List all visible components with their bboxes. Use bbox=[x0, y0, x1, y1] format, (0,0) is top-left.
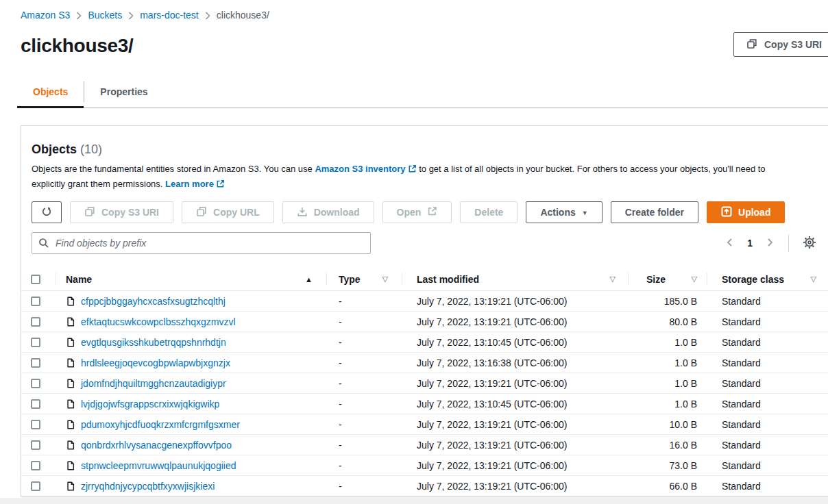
tab-objects[interactable]: Objects bbox=[17, 78, 84, 108]
chevron-right-icon bbox=[76, 12, 82, 20]
row-checkbox[interactable] bbox=[31, 317, 40, 327]
delete-button[interactable]: Delete bbox=[460, 201, 518, 223]
table-row: hrdlsleegjoqevcogbpwlapwbjxgnzjx - July … bbox=[21, 353, 828, 373]
chevron-right-icon bbox=[765, 238, 775, 249]
object-name-link[interactable]: pdumoxyhjcdfuoqkrzxmfcrgmfgsxmer bbox=[81, 419, 240, 430]
copy-url-button[interactable]: Copy URL bbox=[182, 201, 274, 223]
pagination-divider bbox=[788, 234, 789, 252]
delete-label: Delete bbox=[474, 207, 503, 218]
upload-button[interactable]: Upload bbox=[707, 201, 785, 223]
row-checkbox[interactable] bbox=[31, 420, 40, 429]
copy-icon bbox=[746, 38, 757, 51]
preferences-button[interactable] bbox=[801, 234, 818, 253]
sort-ascending-icon: ▲ bbox=[305, 275, 326, 284]
file-icon bbox=[66, 378, 75, 389]
object-name-link[interactable]: cfppcjbbggayhcxcasfxsugtzhcqlthj bbox=[81, 296, 226, 307]
table-row: efktaqtucswkcowpclbsszhqxgzmvzvl - July … bbox=[21, 312, 828, 332]
file-icon bbox=[66, 357, 75, 368]
object-name-link[interactable]: jdomfndjhquiltmgghcnzautadigiypr bbox=[81, 378, 226, 389]
breadcrumb-amazon-s3[interactable]: Amazon S3 bbox=[21, 10, 70, 21]
row-checkbox[interactable] bbox=[31, 399, 40, 409]
row-checkbox[interactable] bbox=[31, 461, 40, 470]
row-checkbox[interactable] bbox=[31, 297, 40, 306]
row-checkbox[interactable] bbox=[31, 481, 40, 491]
object-name-link[interactable]: efktaqtucswkcowpclbsszhqxgzmvzvl bbox=[81, 316, 236, 327]
column-header-name[interactable]: Name ▲ bbox=[56, 268, 326, 290]
object-storage-class: Standard bbox=[707, 481, 828, 492]
breadcrumb-buckets[interactable]: Buckets bbox=[88, 10, 122, 21]
object-storage-class: Standard bbox=[707, 296, 828, 307]
page-number[interactable]: 1 bbox=[747, 238, 753, 249]
table-row: cfppcjbbggayhcxcasfxsugtzhcqlthj - July … bbox=[21, 291, 828, 312]
column-header-last-modified[interactable]: Last modified ▽ bbox=[402, 268, 628, 290]
type-column-label: Type bbox=[339, 274, 361, 285]
open-label: Open bbox=[397, 207, 422, 218]
copy-s3-uri-header-button[interactable]: Copy S3 URI bbox=[733, 32, 828, 57]
refresh-icon bbox=[41, 206, 52, 219]
upload-label: Upload bbox=[738, 207, 770, 218]
object-last-modified: July 7, 2022, 13:19:21 (UTC-06:00) bbox=[402, 378, 628, 389]
object-type: - bbox=[326, 460, 402, 471]
object-last-modified: July 7, 2022, 13:16:38 (UTC-06:00) bbox=[402, 357, 628, 368]
objects-panel: Objects (10) Objects are the fundamental… bbox=[21, 125, 828, 496]
download-label: Download bbox=[314, 207, 360, 218]
object-storage-class: Standard bbox=[707, 357, 828, 368]
open-button[interactable]: Open bbox=[382, 201, 452, 223]
chevron-right-icon bbox=[128, 12, 134, 20]
create-folder-button[interactable]: Create folder bbox=[611, 201, 698, 223]
last-modified-column-label: Last modified bbox=[417, 274, 479, 285]
object-last-modified: July 7, 2022, 13:19:21 (UTC-06:00) bbox=[402, 481, 628, 492]
objects-toolbar: Copy S3 URI Copy URL Download Open Delet… bbox=[21, 201, 828, 223]
breadcrumb-current-prefix: clickhouse3/ bbox=[217, 10, 269, 21]
find-objects-search-input[interactable] bbox=[32, 232, 371, 254]
column-header-storage-class[interactable]: Storage class ▽ bbox=[707, 268, 828, 290]
object-size: 80.0 B bbox=[628, 316, 707, 327]
description-text: Objects are the fundamental entities sto… bbox=[32, 164, 315, 174]
breadcrumb-bucket-name[interactable]: mars-doc-test bbox=[140, 10, 199, 21]
object-storage-class: Standard bbox=[707, 378, 828, 389]
download-button[interactable]: Download bbox=[282, 201, 374, 223]
page-header: Amazon S3 Buckets mars-doc-test clickhou… bbox=[0, 0, 828, 108]
object-storage-class: Standard bbox=[707, 316, 828, 327]
actions-dropdown-button[interactable]: Actions ▼ bbox=[526, 201, 602, 223]
object-name-link[interactable]: qonbrdxrhlvysanacgenexpffovvfpoo bbox=[81, 440, 232, 451]
row-checkbox[interactable] bbox=[31, 379, 40, 388]
object-last-modified: July 7, 2022, 13:10:45 (UTC-06:00) bbox=[402, 337, 628, 348]
object-size: 1.0 B bbox=[628, 337, 707, 348]
file-icon bbox=[66, 399, 75, 410]
tab-properties[interactable]: Properties bbox=[84, 78, 163, 108]
object-type: - bbox=[326, 419, 402, 430]
search-icon bbox=[38, 238, 49, 251]
previous-page-button[interactable] bbox=[724, 236, 736, 251]
object-name-link[interactable]: hrdlsleegjoqevcogbpwlapwbjxgnzjx bbox=[81, 357, 230, 368]
file-icon bbox=[66, 460, 75, 471]
copy-s3-uri-button[interactable]: Copy S3 URI bbox=[70, 201, 173, 223]
sort-icon: ▽ bbox=[692, 275, 707, 284]
objects-table: Name ▲ Type ▽ Last modified ▽ Size ▽ Sto… bbox=[21, 268, 828, 496]
amazon-s3-inventory-link[interactable]: Amazon S3 inventory bbox=[315, 164, 405, 174]
object-name-link[interactable]: lvjdjgojwfsgrappscrxixwjqkigwikp bbox=[81, 399, 219, 410]
column-header-type[interactable]: Type ▽ bbox=[326, 268, 402, 290]
copy-s3-uri-label: Copy S3 URI bbox=[101, 207, 159, 218]
table-row: jdomfndjhquiltmgghcnzautadigiypr - July … bbox=[21, 373, 828, 394]
object-storage-class: Standard bbox=[707, 419, 828, 430]
refresh-button[interactable] bbox=[32, 201, 62, 223]
object-name-link[interactable]: evgtlqusgiksshkubetrqqpshnrhdtjn bbox=[81, 337, 226, 348]
row-checkbox[interactable] bbox=[31, 358, 40, 368]
row-checkbox[interactable] bbox=[31, 338, 40, 347]
object-last-modified: July 7, 2022, 13:19:21 (UTC-06:00) bbox=[402, 316, 628, 327]
object-size: 185.0 B bbox=[628, 296, 707, 307]
next-page-button[interactable] bbox=[764, 236, 776, 251]
object-name-link[interactable]: stpnwcleepmvruwwqlpaunukjqogiied bbox=[81, 460, 236, 471]
file-icon bbox=[66, 316, 75, 327]
name-column-label: Name bbox=[66, 274, 92, 285]
file-icon bbox=[66, 440, 75, 451]
row-checkbox[interactable] bbox=[31, 440, 40, 450]
object-storage-class: Standard bbox=[707, 460, 828, 471]
object-storage-class: Standard bbox=[707, 337, 828, 348]
column-header-size[interactable]: Size ▽ bbox=[628, 268, 707, 290]
select-all-checkbox[interactable] bbox=[31, 275, 40, 284]
object-name-link[interactable]: zjrryqhdnjycypcqbtfxyxwjisjkiexi bbox=[81, 481, 215, 492]
learn-more-link[interactable]: Learn more bbox=[165, 179, 214, 189]
table-row: zjrryqhdnjycypcqbtfxyxwjisjkiexi - July … bbox=[21, 476, 828, 496]
